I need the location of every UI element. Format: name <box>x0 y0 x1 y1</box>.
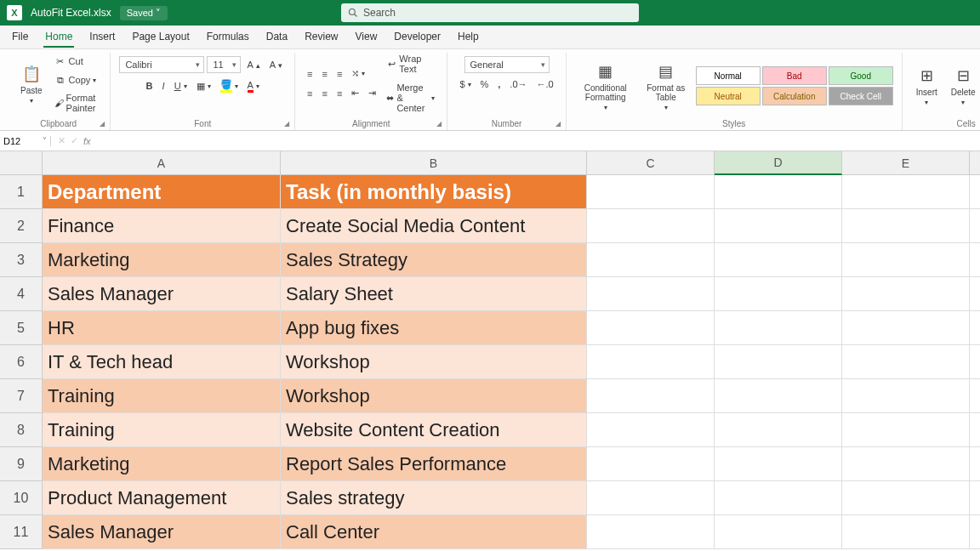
cell-style-good[interactable]: Good <box>829 66 893 85</box>
cell-D9[interactable] <box>715 447 842 481</box>
number-dialog-launcher[interactable]: ◢ <box>556 120 564 128</box>
cell-A2[interactable]: Finance <box>43 209 281 243</box>
font-color-button[interactable]: A ▾ <box>244 77 263 95</box>
format-painter-button[interactable]: 🖌Format Painter <box>51 90 102 116</box>
cell-B4[interactable]: Salary Sheet <box>281 277 587 311</box>
accounting-button[interactable]: $ ▾ <box>456 77 474 92</box>
name-box[interactable]: D12 <box>0 136 51 146</box>
cell-B10[interactable]: Sales strategy <box>281 481 587 515</box>
bold-button[interactable]: B <box>143 78 157 94</box>
cell-F1[interactable] <box>970 175 980 209</box>
search-box[interactable]: Search <box>341 3 639 22</box>
menu-developer[interactable]: Developer <box>392 27 442 48</box>
cell-E5[interactable] <box>842 311 970 345</box>
align-middle-button[interactable]: ≡ <box>319 66 331 82</box>
align-bottom-button[interactable]: ≡ <box>333 66 345 82</box>
cell-D6[interactable] <box>715 345 842 379</box>
row-header-2[interactable]: 2 <box>0 209 43 243</box>
cell-C6[interactable] <box>587 345 715 379</box>
row-header-7[interactable]: 7 <box>0 379 43 413</box>
enter-formula-icon[interactable]: ✓ <box>71 135 78 146</box>
cell-D8[interactable] <box>715 413 842 447</box>
menu-view[interactable]: View <box>354 27 379 48</box>
cell-B6[interactable]: Workshop <box>281 345 587 379</box>
cut-button[interactable]: ✂Cut <box>51 53 102 70</box>
cell-style-neutral[interactable]: Neutral <box>696 87 761 105</box>
clipboard-dialog-launcher[interactable]: ◢ <box>100 120 108 128</box>
cell-B3[interactable]: Sales Strategy <box>281 243 587 277</box>
menu-review[interactable]: Review <box>303 27 339 48</box>
cell-F8[interactable] <box>970 413 980 447</box>
cell-B8[interactable]: Website Content Creation <box>281 413 587 447</box>
cell-A9[interactable]: Marketing <box>43 447 281 481</box>
fill-color-button[interactable]: 🪣 ▾ <box>217 77 242 95</box>
cell-F2[interactable] <box>970 209 980 243</box>
align-right-button[interactable]: ≡ <box>333 86 345 101</box>
cell-F4[interactable] <box>970 277 980 311</box>
cell-style-normal[interactable]: Normal <box>696 66 761 85</box>
cell-D5[interactable] <box>715 311 842 345</box>
cell-B1[interactable]: Task (in monthly basis) <box>281 175 587 209</box>
cell-C4[interactable] <box>587 277 715 311</box>
increase-font-button[interactable]: A▴ <box>243 57 263 72</box>
cell-F10[interactable] <box>970 481 980 515</box>
cell-E9[interactable] <box>842 447 970 481</box>
cell-C1[interactable] <box>587 175 715 209</box>
save-status[interactable]: Saved ˅ <box>120 6 168 20</box>
row-header-11[interactable]: 11 <box>0 515 43 549</box>
cell-C11[interactable] <box>587 515 715 549</box>
cell-F5[interactable] <box>970 311 980 345</box>
cell-E11[interactable] <box>842 515 970 549</box>
cell-C2[interactable] <box>587 209 715 243</box>
cell-A1[interactable]: Department <box>43 175 281 209</box>
menu-file[interactable]: File <box>10 27 30 48</box>
menu-help[interactable]: Help <box>456 27 481 48</box>
cell-D10[interactable] <box>715 481 842 515</box>
cell-A10[interactable]: Product Management <box>43 481 281 515</box>
cell-C5[interactable] <box>587 311 715 345</box>
align-center-button[interactable]: ≡ <box>319 86 331 101</box>
menu-home[interactable]: Home <box>43 27 74 48</box>
cell-D1[interactable] <box>715 175 842 209</box>
cell-B7[interactable]: Workshop <box>281 379 587 413</box>
cell-E3[interactable] <box>842 243 970 277</box>
number-format-combo[interactable]: General <box>464 56 550 73</box>
cell-C8[interactable] <box>587 413 715 447</box>
menu-page-layout[interactable]: Page Layout <box>130 27 191 48</box>
border-button[interactable]: ▦ ▾ <box>193 78 214 94</box>
column-header-C[interactable]: C <box>587 151 715 175</box>
cell-A11[interactable]: Sales Manager <box>43 515 281 549</box>
conditional-formatting-button[interactable]: ▦ Conditional Formatting▾ <box>575 58 636 115</box>
cell-F6[interactable] <box>970 345 980 379</box>
cell-B9[interactable]: Report Sales Performance <box>281 447 587 481</box>
cell-F9[interactable] <box>970 447 980 481</box>
align-left-button[interactable]: ≡ <box>304 86 316 101</box>
comma-button[interactable]: , <box>494 77 504 92</box>
row-header-1[interactable]: 1 <box>0 175 43 209</box>
cell-E10[interactable] <box>842 481 970 515</box>
decrease-indent-button[interactable]: ⇤ <box>348 85 362 101</box>
menu-insert[interactable]: Insert <box>88 27 117 48</box>
font-name-combo[interactable]: Calibri <box>119 56 204 73</box>
column-header-B[interactable]: B <box>281 151 587 175</box>
decrease-decimal-button[interactable]: ←.0 <box>533 77 557 92</box>
cell-D3[interactable] <box>715 243 842 277</box>
cell-styles-gallery[interactable]: NormalBadGoodNeutralCalculationCheck Cel… <box>696 66 893 105</box>
font-size-combo[interactable]: 11 <box>207 56 241 73</box>
orientation-button[interactable]: ⤭ ▾ <box>348 65 368 82</box>
select-all-corner[interactable] <box>0 151 43 175</box>
cell-D7[interactable] <box>715 379 842 413</box>
row-header-10[interactable]: 10 <box>0 481 43 515</box>
row-header-3[interactable]: 3 <box>0 243 43 277</box>
cell-C3[interactable] <box>587 243 715 277</box>
cell-style-bad[interactable]: Bad <box>762 66 827 85</box>
delete-cells-button[interactable]: ⊟Delete▾ <box>946 62 980 110</box>
percent-button[interactable]: % <box>477 77 493 92</box>
row-header-8[interactable]: 8 <box>0 413 43 447</box>
cell-C10[interactable] <box>587 481 715 515</box>
row-header-6[interactable]: 6 <box>0 345 43 379</box>
column-header-E[interactable]: E <box>842 151 970 175</box>
cell-A3[interactable]: Marketing <box>43 243 281 277</box>
cell-F3[interactable] <box>970 243 980 277</box>
cell-B11[interactable]: Call Center <box>281 515 587 549</box>
